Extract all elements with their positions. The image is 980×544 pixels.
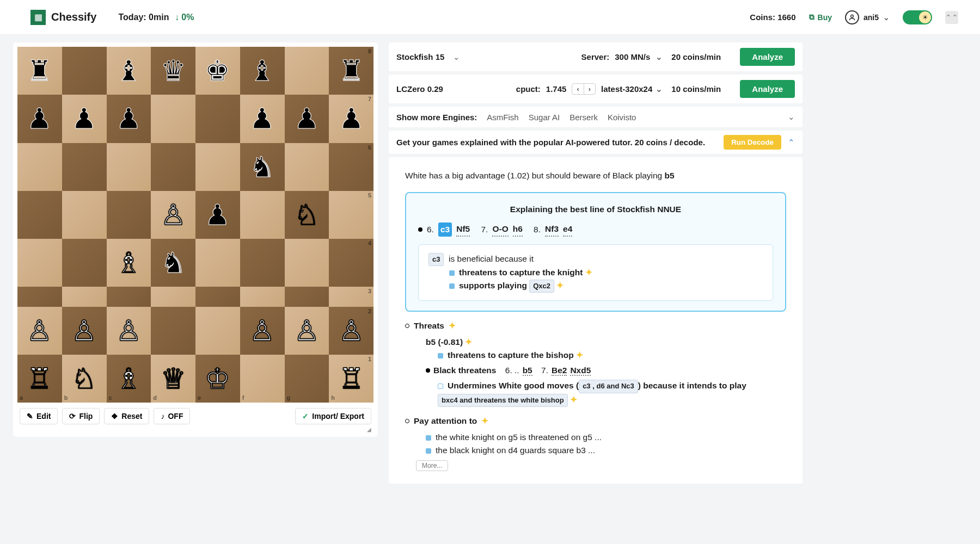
collapse-up-icon[interactable]: ⌃⌃	[945, 11, 958, 24]
square-b1[interactable]: ♘b	[62, 355, 107, 403]
square-f4[interactable]	[240, 239, 285, 287]
black-pawn[interactable]: ♟	[205, 201, 230, 229]
white-pawn[interactable]: ♙	[71, 317, 97, 345]
more-button[interactable]: More...	[416, 460, 448, 471]
square-h7[interactable]: ♟7	[329, 95, 373, 143]
square-c4[interactable]: ♗	[107, 239, 151, 287]
white-rook[interactable]: ♖	[339, 364, 364, 393]
move-c3[interactable]: c3	[438, 222, 452, 237]
white-pawn[interactable]: ♙	[294, 317, 320, 345]
square-h8[interactable]: ♜8	[329, 47, 373, 95]
square-f1[interactable]: f	[240, 355, 285, 403]
square-d5[interactable]: ♙	[151, 191, 195, 239]
buy-button[interactable]: ⧉ Buy	[809, 13, 832, 22]
cpuct-stepper[interactable]: ‹›	[572, 83, 596, 95]
square-a5[interactable]	[17, 191, 62, 239]
square-f7[interactable]: ♟	[240, 95, 285, 143]
white-pawn[interactable]: ♙	[161, 201, 186, 229]
white-bishop[interactable]: ♗	[116, 364, 142, 393]
analyze-button[interactable]: Analyze	[740, 80, 795, 98]
square-g5[interactable]: ♘	[285, 191, 329, 239]
black-king[interactable]: ♚	[205, 57, 230, 85]
square-b4[interactable]	[62, 239, 107, 287]
square-c5[interactable]	[107, 191, 151, 239]
move-nf3[interactable]: Nf3	[545, 222, 559, 237]
square-a1[interactable]: ♖a	[17, 355, 62, 403]
square-e1[interactable]: ♔e	[195, 355, 240, 403]
square-e7[interactable]	[195, 95, 240, 143]
brand-logo[interactable]: ▦ Chessify	[30, 10, 96, 25]
black-pawn[interactable]: ♟	[71, 104, 97, 133]
square-f3[interactable]	[240, 287, 285, 306]
square-b3[interactable]	[62, 287, 107, 306]
chess-board[interactable]: ♜♝♛♚♝♜8♟♟♟♟♟♟7♞6♙♟♘5♗♞43♙♙♙♙♙♙2♖a♘b♗c♕d♔…	[17, 47, 373, 403]
square-e3[interactable]	[195, 287, 240, 306]
square-h1[interactable]: ♖1h	[329, 355, 373, 403]
more-engines-row[interactable]: Show more Engines: AsmFish Sugar AI Bers…	[389, 107, 803, 127]
white-queen[interactable]: ♕	[161, 364, 186, 393]
square-h5[interactable]: 5	[329, 191, 373, 239]
white-pawn[interactable]: ♙	[339, 317, 364, 345]
square-a3[interactable]	[17, 287, 62, 306]
square-d4[interactable]: ♞	[151, 239, 195, 287]
chevron-down-icon[interactable]: ⌄	[453, 52, 460, 62]
move-oo[interactable]: O-O	[492, 222, 508, 237]
square-g2[interactable]: ♙	[285, 307, 329, 355]
square-g1[interactable]: g	[285, 355, 329, 403]
square-h3[interactable]: 3	[329, 287, 373, 306]
square-c1[interactable]: ♗c	[107, 355, 151, 403]
square-c7[interactable]: ♟	[107, 95, 151, 143]
square-b6[interactable]	[62, 143, 107, 191]
square-c3[interactable]	[107, 287, 151, 306]
square-g4[interactable]	[285, 239, 329, 287]
square-e2[interactable]	[195, 307, 240, 355]
edit-button[interactable]: ✎Edit	[20, 408, 58, 424]
black-pawn[interactable]: ♟	[249, 104, 275, 133]
square-c6[interactable]	[107, 143, 151, 191]
square-f2[interactable]: ♙	[240, 307, 285, 355]
square-g7[interactable]: ♟	[285, 95, 329, 143]
move-e4[interactable]: e4	[563, 222, 572, 237]
flip-button[interactable]: ⟳Flip	[62, 408, 100, 424]
black-pawn[interactable]: ♟	[294, 104, 320, 133]
square-d7[interactable]	[151, 95, 195, 143]
square-d2[interactable]	[151, 307, 195, 355]
square-c8[interactable]: ♝	[107, 47, 151, 95]
chevron-down-icon[interactable]: ⌄	[656, 52, 663, 62]
black-pawn[interactable]: ♟	[339, 104, 364, 133]
square-b8[interactable]	[62, 47, 107, 95]
square-d1[interactable]: ♕d	[151, 355, 195, 403]
square-h6[interactable]: 6	[329, 143, 373, 191]
analyze-button[interactable]: Analyze	[740, 48, 795, 66]
square-e5[interactable]: ♟	[195, 191, 240, 239]
square-f5[interactable]	[240, 191, 285, 239]
square-f8[interactable]: ♝	[240, 47, 285, 95]
square-a4[interactable]	[17, 239, 62, 287]
black-knight[interactable]: ♞	[249, 153, 275, 181]
square-h2[interactable]: ♙2	[329, 307, 373, 355]
square-g3[interactable]	[285, 287, 329, 306]
reset-button[interactable]: ❖Reset	[104, 408, 149, 424]
square-c2[interactable]: ♙	[107, 307, 151, 355]
black-pawn[interactable]: ♟	[27, 104, 52, 133]
sound-off-button[interactable]: ♪OFF	[154, 408, 190, 424]
black-knight[interactable]: ♞	[161, 249, 186, 277]
white-knight[interactable]: ♘	[71, 364, 97, 393]
square-a8[interactable]: ♜	[17, 47, 62, 95]
chevron-down-icon[interactable]: ⌄	[788, 112, 795, 122]
square-h4[interactable]: 4	[329, 239, 373, 287]
square-b5[interactable]	[62, 191, 107, 239]
collapse-up-icon[interactable]: ⌃	[788, 138, 795, 147]
white-pawn[interactable]: ♙	[116, 317, 142, 345]
white-pawn[interactable]: ♙	[249, 317, 275, 345]
square-e8[interactable]: ♚	[195, 47, 240, 95]
square-d6[interactable]	[151, 143, 195, 191]
square-g6[interactable]	[285, 143, 329, 191]
square-b2[interactable]: ♙	[62, 307, 107, 355]
square-e6[interactable]	[195, 143, 240, 191]
square-d3[interactable]	[151, 287, 195, 306]
square-a6[interactable]	[17, 143, 62, 191]
black-rook[interactable]: ♜	[339, 57, 364, 85]
square-a2[interactable]: ♙	[17, 307, 62, 355]
square-d8[interactable]: ♛	[151, 47, 195, 95]
